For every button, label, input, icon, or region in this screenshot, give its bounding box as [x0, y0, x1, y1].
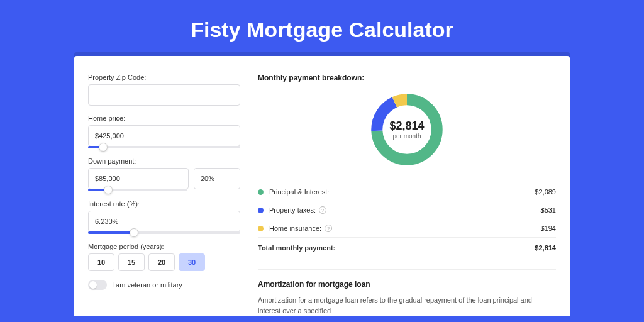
legend-insurance-label: Home insurance:? — [269, 225, 541, 232]
rate-slider-fill — [88, 231, 134, 234]
amortization-title: Amortization for mortgage loan — [258, 280, 556, 289]
amortization-section: Amortization for mortgage loan Amortizat… — [258, 269, 556, 316]
down-amount-input[interactable] — [88, 168, 189, 189]
amortization-text: Amortization for a mortgage loan refers … — [258, 295, 556, 316]
legend-total-value: $2,814 — [535, 244, 556, 252]
down-slider[interactable] — [88, 189, 187, 191]
down-field: Down payment: — [88, 157, 240, 191]
rate-slider-thumb[interactable] — [130, 228, 138, 237]
rate-slider[interactable] — [88, 231, 240, 234]
dot-green-icon — [258, 189, 264, 195]
donut-total: $2,814 — [389, 119, 424, 133]
dot-blue-icon — [258, 208, 264, 213]
legend-total-label: Total monthly payment: — [258, 244, 535, 252]
veteran-toggle[interactable] — [88, 280, 107, 290]
legend-taxes: Property taxes:? $531 — [258, 201, 556, 219]
veteran-row: I am veteran or military — [88, 280, 240, 290]
legend-total: Total monthly payment: $2,814 — [258, 238, 556, 257]
down-pct-input[interactable] — [194, 168, 240, 189]
legend-insurance: Home insurance:? $194 — [258, 219, 556, 238]
donut-center: $2,814 per month — [367, 90, 447, 169]
info-icon[interactable]: ? — [319, 206, 326, 214]
form-panel: Property Zip Code: Home price: Down paym… — [88, 74, 240, 316]
info-icon[interactable]: ? — [325, 225, 332, 232]
rate-input[interactable] — [88, 211, 240, 232]
dot-yellow-icon — [258, 226, 264, 231]
period-btn-20[interactable]: 20 — [148, 253, 175, 271]
price-slider-thumb[interactable] — [99, 143, 108, 152]
legend-insurance-value: $194 — [541, 225, 556, 232]
zip-label: Property Zip Code: — [88, 74, 240, 81]
rate-label: Interest rate (%): — [88, 200, 240, 208]
legend-principal: Principal & Interest: $2,089 — [258, 183, 556, 201]
zip-input[interactable] — [88, 84, 240, 106]
price-label: Home price: — [88, 114, 240, 122]
donut-chart: $2,814 per month — [258, 90, 556, 169]
price-slider[interactable] — [88, 146, 240, 148]
legend-taxes-value: $531 — [541, 206, 556, 214]
page-title: Fisty Mortgage Calculator — [0, 0, 644, 56]
rate-field: Interest rate (%): — [88, 200, 240, 234]
donut-sub: per month — [392, 133, 421, 140]
period-btn-10[interactable]: 10 — [88, 253, 114, 271]
price-input[interactable] — [88, 125, 240, 147]
period-label: Mortgage period (years): — [88, 243, 240, 250]
breakdown-title: Monthly payment breakdown: — [258, 74, 556, 82]
down-slider-thumb[interactable] — [104, 186, 113, 194]
period-btn-30[interactable]: 30 — [179, 253, 205, 271]
breakdown-panel: Monthly payment breakdown: $2,814 per mo… — [258, 74, 556, 316]
legend-principal-value: $2,089 — [535, 188, 556, 196]
down-label: Down payment: — [88, 157, 240, 165]
legend-principal-label: Principal & Interest: — [269, 188, 535, 196]
period-buttons: 10 15 20 30 — [88, 253, 240, 271]
price-field: Home price: — [88, 114, 240, 148]
zip-field: Property Zip Code: — [88, 74, 240, 106]
legend-taxes-label: Property taxes:? — [269, 206, 541, 214]
period-field: Mortgage period (years): 10 15 20 30 — [88, 243, 240, 271]
calculator-card: Property Zip Code: Home price: Down paym… — [74, 56, 570, 316]
period-btn-15[interactable]: 15 — [118, 253, 145, 271]
veteran-toggle-knob — [89, 281, 97, 289]
veteran-label: I am veteran or military — [112, 281, 182, 289]
